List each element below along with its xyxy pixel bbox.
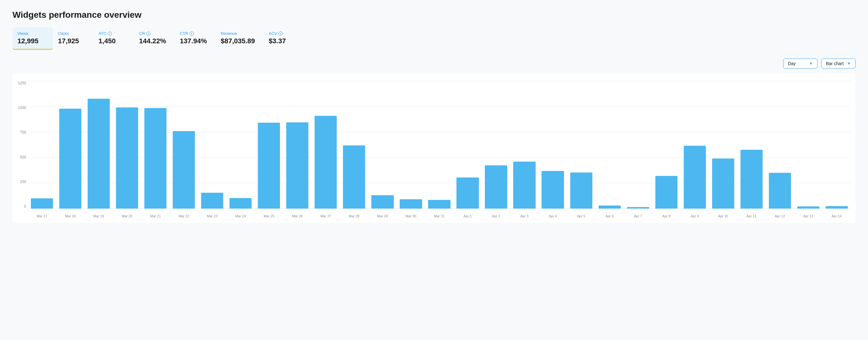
- bar-group[interactable]: [255, 81, 283, 209]
- y-axis: 025050075010001250: [14, 81, 26, 218]
- bar-group[interactable]: [709, 81, 737, 209]
- x-label: Mar 21: [142, 214, 169, 218]
- bar-group[interactable]: [738, 81, 766, 209]
- bar-group[interactable]: [312, 81, 340, 209]
- bar: [570, 172, 592, 209]
- y-label: 750: [14, 130, 26, 135]
- x-label: Mar 28: [340, 214, 368, 218]
- bar-group[interactable]: [823, 81, 850, 209]
- metric-card-revenue[interactable]: Revenue$87,035.89: [216, 27, 264, 49]
- x-label: Apr 3: [511, 214, 538, 218]
- bar-group[interactable]: [28, 81, 56, 209]
- bar: [88, 99, 110, 209]
- bar-group[interactable]: [56, 81, 84, 209]
- bar-group[interactable]: [227, 81, 254, 209]
- bars-area: [28, 81, 850, 209]
- metrics-row: Views12,995Clicks17,925ATCi1,450CRi144.2…: [12, 27, 856, 50]
- bar: [59, 109, 82, 209]
- bar: [371, 195, 394, 209]
- y-label: 1250: [14, 81, 26, 85]
- bar-group[interactable]: [653, 81, 680, 209]
- bar-group[interactable]: [113, 81, 141, 209]
- bar-group[interactable]: [340, 81, 368, 209]
- x-label: Apr 6: [596, 214, 624, 218]
- bar: [712, 159, 734, 209]
- y-label: 0: [14, 204, 26, 209]
- x-label: Apr 8: [653, 214, 680, 218]
- metric-value-acv: $3.37: [269, 37, 296, 45]
- metric-value-ctr: 137.94%: [180, 37, 207, 45]
- bar-group[interactable]: [766, 81, 794, 209]
- bar: [684, 146, 706, 209]
- x-labels: Mar 17Mar 18Mar 19Mar 20Mar 21Mar 22Mar …: [28, 209, 850, 218]
- bar: [599, 205, 621, 209]
- bar: [797, 206, 819, 209]
- metric-value-cr: 144.22%: [139, 37, 166, 45]
- x-label: Apr 5: [567, 214, 595, 218]
- chart-type-chevron-icon: ▼: [847, 61, 851, 66]
- x-label: Apr 12: [766, 214, 794, 218]
- x-label: Mar 26: [283, 214, 311, 218]
- x-label: Apr 2: [482, 214, 510, 218]
- metric-card-ctr[interactable]: CTRi137.94%: [175, 27, 216, 49]
- bar-group[interactable]: [369, 81, 396, 209]
- bar-group[interactable]: [624, 81, 652, 209]
- metric-value-clicks: 17,925: [58, 37, 85, 45]
- bar-group[interactable]: [397, 81, 425, 209]
- metric-value-atc: 1,450: [98, 37, 125, 45]
- metric-card-atc[interactable]: ATCi1,450: [94, 27, 134, 49]
- info-icon-acv: i: [278, 31, 283, 36]
- bar: [655, 176, 678, 209]
- bar-group[interactable]: [425, 81, 453, 209]
- x-label: Mar 22: [170, 214, 198, 218]
- bar-group[interactable]: [454, 81, 482, 209]
- metric-card-clicks[interactable]: Clicks17,925: [53, 27, 94, 49]
- bar-group[interactable]: [142, 81, 169, 209]
- x-label: Apr 13: [795, 214, 822, 218]
- bar-group[interactable]: [511, 81, 538, 209]
- y-label: 1000: [14, 106, 26, 110]
- metric-label-atc: ATCi: [98, 31, 125, 36]
- metric-card-views[interactable]: Views12,995: [12, 27, 53, 50]
- x-label: Mar 25: [255, 214, 283, 218]
- x-label: Mar 23: [198, 214, 226, 218]
- bar-group[interactable]: [85, 81, 113, 209]
- bar-group[interactable]: [283, 81, 311, 209]
- bar: [741, 150, 763, 209]
- bar-group[interactable]: [198, 81, 226, 209]
- x-label: Mar 31: [425, 214, 453, 218]
- bar: [201, 193, 223, 209]
- chart-type-dropdown[interactable]: Bar chart ▼: [821, 59, 856, 68]
- metric-value-views: 12,995: [18, 37, 44, 45]
- x-label: Apr 11: [738, 214, 766, 218]
- x-label: Apr 1: [454, 214, 482, 218]
- x-label: Mar 20: [113, 214, 141, 218]
- bar-group[interactable]: [567, 81, 595, 209]
- y-label: 500: [14, 155, 26, 160]
- page-title: Widgets performance overview: [12, 10, 856, 20]
- period-dropdown[interactable]: Day ▼: [783, 59, 817, 68]
- chart-area: 025050075010001250 Mar 17Mar 18Mar 19Mar…: [28, 81, 850, 218]
- info-icon-cr: i: [146, 31, 151, 36]
- bar: [769, 173, 791, 209]
- metric-card-cr[interactable]: CRi144.22%: [134, 27, 175, 49]
- bar-group[interactable]: [482, 81, 510, 209]
- x-label: Mar 18: [56, 214, 84, 218]
- metric-value-revenue: $87,035.89: [221, 37, 255, 45]
- bar: [457, 177, 478, 209]
- bar-group[interactable]: [170, 81, 198, 209]
- x-label: Apr 14: [823, 214, 850, 218]
- metric-label-ctr: CTRi: [180, 31, 207, 36]
- x-label: Mar 27: [312, 214, 340, 218]
- period-chevron-icon: ▼: [809, 61, 813, 66]
- chart-type-label: Bar chart: [826, 61, 844, 66]
- bar: [229, 198, 252, 209]
- x-label: Mar 29: [369, 214, 396, 218]
- period-label: Day: [788, 61, 796, 66]
- bar: [541, 171, 564, 209]
- bar-group[interactable]: [596, 81, 624, 209]
- bar-group[interactable]: [681, 81, 709, 209]
- bar-group[interactable]: [795, 81, 822, 209]
- bar-group[interactable]: [539, 81, 567, 209]
- metric-card-acv[interactable]: ACVi$3.37: [264, 27, 304, 49]
